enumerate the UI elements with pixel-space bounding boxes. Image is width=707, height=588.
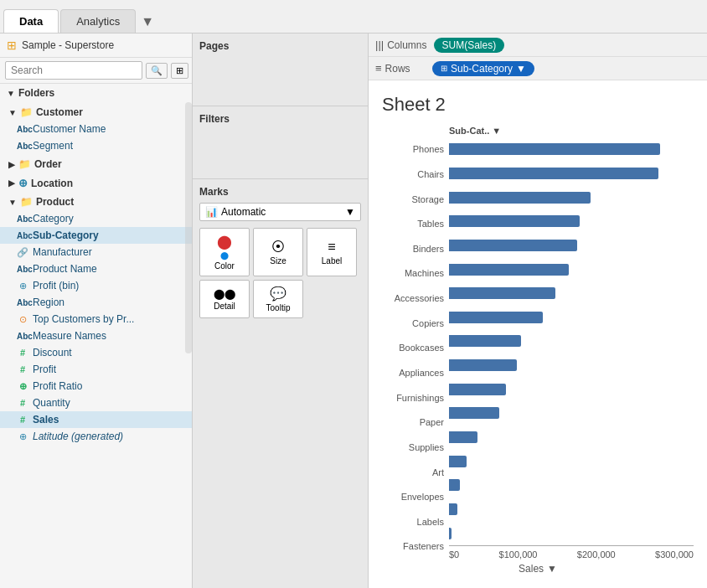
- field-category[interactable]: Abc Category: [0, 210, 192, 227]
- bar: [449, 407, 499, 419]
- detail-icon: ⬤⬤: [214, 288, 235, 300]
- geo-icon: ⊕: [17, 281, 28, 291]
- left-panel: ⊞ Sample - Superstore 🔍 ⊞ ▼ ▼ Folders: [0, 34, 193, 588]
- size-icon: ⦿: [271, 240, 285, 255]
- bar-row[interactable]: [449, 358, 694, 373]
- geo2-icon: ⊕: [17, 431, 28, 442]
- field-measure-names[interactable]: Abc Measure Names: [0, 328, 192, 344]
- top-tab-bar: Data Analytics ▼: [0, 0, 707, 34]
- field-label: Top Customers by Pr...: [33, 313, 134, 325]
- bar-row[interactable]: [449, 477, 694, 493]
- customer-folder-icon: 📁: [20, 106, 33, 118]
- bar-label: Accessories: [395, 293, 444, 304]
- search-input[interactable]: [5, 61, 142, 80]
- bar-row[interactable]: [449, 526, 694, 541]
- group-order[interactable]: ▶ 📁 Order: [0, 154, 192, 173]
- rows-shelf: ≡ Rows ⊞ Sub-Category ▼: [369, 57, 707, 80]
- bar-row[interactable]: [449, 310, 694, 325]
- tooltip-icon: 💬: [270, 286, 286, 302]
- bar-row[interactable]: [449, 502, 694, 517]
- abc-icon: Abc: [17, 125, 28, 134]
- field-discount[interactable]: # Discount: [0, 344, 192, 361]
- tab-data[interactable]: Data: [3, 9, 59, 33]
- bar-row[interactable]: [449, 142, 694, 157]
- bar: [449, 456, 467, 467]
- x-axis-sort-icon[interactable]: ▼: [547, 563, 557, 575]
- bar-row[interactable]: [449, 405, 694, 420]
- sub-cat-label[interactable]: Sub-Cat.. ▼: [449, 126, 501, 136]
- tab-dropdown-arrow[interactable]: ▼: [141, 14, 154, 33]
- bar: [449, 240, 577, 251]
- chart-bars-wrapper: $0$100,000$200,000$300,000: [449, 137, 694, 560]
- marks-buttons: ⬤⬤ Color ⦿ Size ≡ Label ⬤⬤ Detail: [199, 228, 361, 318]
- x-axis-tick: $200,000: [577, 549, 616, 560]
- field-label: Category: [33, 213, 74, 224]
- view-toggle-button[interactable]: ⊞: [171, 63, 188, 79]
- bar-label: Art: [432, 467, 444, 478]
- field-latitude[interactable]: ⊕ Latitude (generated): [0, 428, 192, 445]
- field-profit-ratio[interactable]: ⊕ Profit Ratio: [0, 378, 192, 395]
- bar: [449, 479, 460, 491]
- bar-row[interactable]: [449, 262, 694, 277]
- marks-detail-button[interactable]: ⬤⬤ Detail: [199, 280, 250, 318]
- marks-color-button[interactable]: ⬤⬤ Color: [199, 228, 250, 276]
- filters-drop-area[interactable]: [199, 130, 361, 172]
- field-profit[interactable]: # Profit: [0, 361, 192, 378]
- abc-icon: Abc: [17, 298, 28, 307]
- group-customer[interactable]: ▼ 📁 Customer: [0, 102, 192, 121]
- bar-row[interactable]: [449, 333, 694, 348]
- product-label: Product: [36, 196, 74, 208]
- field-segment[interactable]: Abc Segment: [0, 137, 192, 154]
- bar-row[interactable]: [449, 286, 694, 301]
- color-dots-icon: ⬤: [217, 234, 232, 250]
- x-axis-tick: $0: [449, 549, 459, 560]
- group-location[interactable]: ▶ ⊕ Location: [0, 173, 192, 192]
- bar-row[interactable]: [449, 382, 694, 397]
- field-top-customers[interactable]: ⊙ Top Customers by Pr...: [0, 311, 192, 328]
- bar-label: Tables: [417, 219, 444, 230]
- chart-labels: PhonesChairsStorageTablesBindersMachines…: [382, 137, 449, 560]
- bar-label: Phones: [413, 144, 444, 155]
- tab-analytics[interactable]: Analytics: [60, 9, 136, 33]
- field-quantity[interactable]: # Quantity: [0, 395, 192, 411]
- product-arrow: ▼: [8, 198, 17, 207]
- bar-row[interactable]: [449, 454, 694, 469]
- rows-icon: ≡: [375, 62, 382, 75]
- marks-label-button[interactable]: ≡ Label: [307, 228, 357, 276]
- bar-row[interactable]: [449, 190, 694, 205]
- field-profit-bin[interactable]: ⊕ Profit (bin): [0, 277, 192, 294]
- datasource-row[interactable]: ⊞ Sample - Superstore: [0, 34, 192, 58]
- filters-section: Filters: [193, 106, 368, 179]
- pages-drop-area[interactable]: [199, 57, 361, 99]
- field-customer-name[interactable]: Abc Customer Name: [0, 121, 192, 137]
- filters-title: Filters: [199, 113, 361, 125]
- rows-pill[interactable]: ⊞ Sub-Category ▼: [432, 61, 534, 76]
- marks-size-button[interactable]: ⦿ Size: [253, 228, 303, 276]
- bar-row[interactable]: [449, 430, 694, 445]
- group-product[interactable]: ▼ 📁 Product: [0, 192, 192, 210]
- folders-header[interactable]: ▼ Folders: [0, 84, 192, 102]
- dropdown-arrow: ▼: [345, 206, 355, 218]
- bar-row[interactable]: [449, 166, 694, 181]
- rows-pill-icon: ⊞: [441, 64, 447, 73]
- field-region[interactable]: Abc Region: [0, 294, 192, 311]
- bar-label: Supplies: [409, 442, 444, 453]
- field-label: Profit Ratio: [33, 380, 82, 392]
- field-label: Manufacturer: [33, 246, 92, 258]
- bar-row[interactable]: [449, 214, 694, 229]
- search-button[interactable]: 🔍: [146, 63, 168, 79]
- columns-pill[interactable]: SUM(Sales): [434, 38, 505, 53]
- marks-tooltip-button[interactable]: 💬 Tooltip: [253, 280, 303, 318]
- field-sales[interactable]: # Sales: [0, 411, 192, 428]
- field-product-name[interactable]: Abc Product Name: [0, 260, 192, 277]
- field-manufacturer[interactable]: 🔗 Manufacturer: [0, 244, 192, 260]
- marks-type-dropdown[interactable]: 📊 Automatic ▼: [199, 203, 361, 221]
- field-sub-category[interactable]: Abc Sub-Category: [0, 227, 192, 244]
- rows-filter-icon: ▼: [516, 63, 526, 75]
- x-axis-tick: $100,000: [499, 549, 538, 560]
- product-folder-icon: 📁: [20, 196, 33, 208]
- x-axis: $0$100,000$200,000$300,000: [449, 545, 694, 560]
- bar: [449, 384, 506, 395]
- field-label: Latitude (generated): [33, 431, 123, 442]
- bar-row[interactable]: [449, 238, 694, 253]
